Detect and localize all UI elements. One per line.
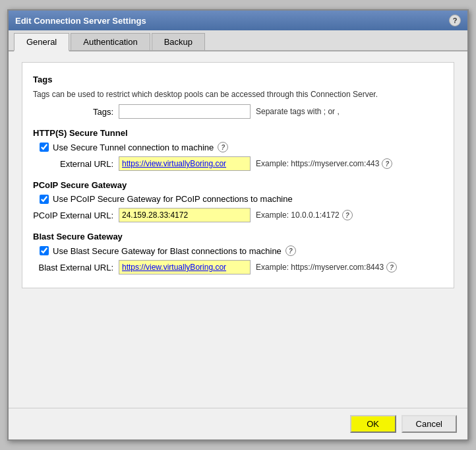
cancel-button[interactable]: Cancel: [402, 415, 457, 433]
pcoip-checkbox[interactable]: [40, 195, 49, 204]
pcoip-checkbox-row: Use PCoIP Secure Gateway for PCoIP conne…: [40, 194, 443, 204]
https-checkbox[interactable]: [40, 143, 49, 152]
https-checkbox-help-icon[interactable]: ?: [218, 142, 228, 152]
blast-url-example: Example: https://myserver.com:8443 ?: [256, 262, 397, 273]
tags-input[interactable]: [119, 104, 251, 119]
blast-checkbox[interactable]: [40, 246, 49, 255]
blast-checkbox-help-icon[interactable]: ?: [285, 245, 296, 256]
dialog: Edit Connection Server Settings ? Genera…: [7, 9, 469, 441]
tab-backup[interactable]: Backup: [152, 33, 205, 50]
tab-bar: General Authentication Backup: [9, 30, 467, 51]
pcoip-url-help-icon[interactable]: ?: [342, 210, 353, 220]
dialog-title: Edit Connection Server Settings: [15, 16, 146, 26]
pcoip-url-label: PCoIP External URL:: [33, 210, 119, 220]
blast-checkbox-row: Use Blast Secure Gateway for Blast conne…: [40, 245, 443, 256]
https-url-field-row: External URL: Example: https://myserver.…: [33, 156, 443, 171]
blast-section-title: Blast Secure Gateway: [33, 232, 443, 241]
https-url-input[interactable]: [119, 156, 251, 171]
pcoip-section-title: PCoIP Secure Gateway: [33, 180, 443, 190]
blast-url-field-row: Blast External URL: Example: https://mys…: [33, 260, 443, 274]
tags-section-title: Tags: [33, 75, 443, 84]
tags-field-row: Tags: Separate tags with ; or ,: [33, 104, 443, 119]
title-bar: Edit Connection Server Settings ?: [9, 11, 467, 30]
ok-button[interactable]: OK: [350, 415, 396, 433]
https-checkbox-row: Use Secure Tunnel connection to machine …: [40, 142, 443, 152]
tab-general[interactable]: General: [14, 33, 69, 51]
blast-checkbox-label: Use Blast Secure Gateway for Blast conne…: [53, 246, 282, 256]
pcoip-url-example: Example: 10.0.0.1:4172 ?: [256, 210, 353, 220]
main-section-box: Tags Tags can be used to restrict which …: [22, 62, 454, 288]
tab-authentication[interactable]: Authentication: [71, 33, 150, 50]
https-url-help-icon[interactable]: ?: [382, 158, 392, 169]
pcoip-checkbox-label: Use PCoIP Secure Gateway for PCoIP conne…: [53, 194, 293, 204]
content-area: Tags Tags can be used to restrict which …: [9, 51, 467, 408]
pcoip-url-field-row: PCoIP External URL: Example: 10.0.0.1:41…: [33, 208, 443, 222]
tags-hint: Separate tags with ; or ,: [256, 107, 340, 116]
blast-url-input[interactable]: [119, 260, 251, 274]
https-url-label: External URL:: [33, 159, 119, 169]
https-section-title: HTTP(S) Secure Tunnel: [33, 128, 443, 138]
dialog-help-icon[interactable]: ?: [449, 15, 461, 26]
blast-url-label: Blast External URL:: [33, 263, 119, 273]
tags-description: Tags can be used to restrict which deskt…: [33, 90, 443, 99]
https-url-example: Example: https://myserver.com:443 ?: [256, 158, 392, 169]
blast-url-help-icon[interactable]: ?: [386, 262, 397, 273]
tags-label: Tags:: [33, 107, 119, 117]
https-checkbox-label: Use Secure Tunnel connection to machine: [53, 143, 214, 152]
bottom-bar: OK Cancel: [9, 408, 467, 439]
pcoip-url-input[interactable]: [119, 208, 251, 222]
